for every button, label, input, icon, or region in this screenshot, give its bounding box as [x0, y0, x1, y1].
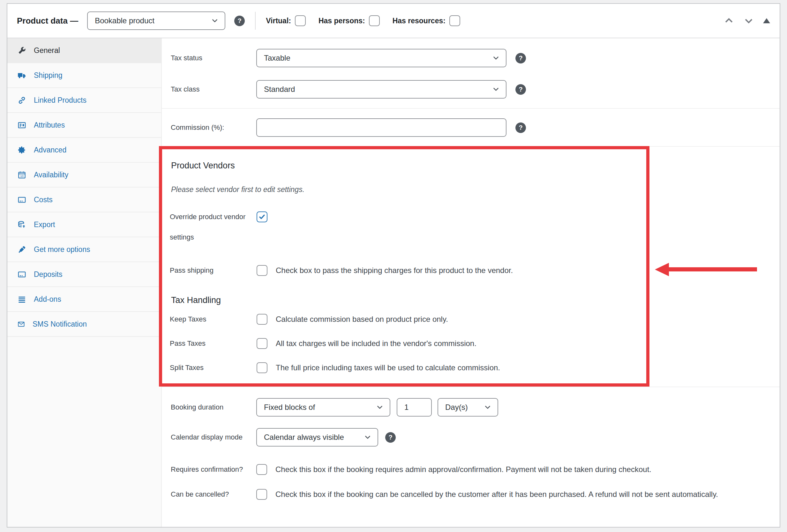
product-vendors-section: Product Vendors Please select vendor fir… — [162, 146, 780, 386]
tax-class-value: Standard — [264, 85, 295, 94]
metabox-title: Product data — — [17, 16, 78, 26]
tab-advanced[interactable]: Advanced — [7, 138, 161, 163]
help-icon[interactable]: ? — [515, 53, 526, 64]
calendar-display-select[interactable]: Calendar always visible — [256, 428, 378, 446]
override-vendor-settings-checkbox[interactable] — [257, 212, 268, 222]
keep-taxes-checkbox[interactable] — [257, 314, 268, 325]
pass-taxes-row: Pass Taxes All tax charges will be inclu… — [170, 333, 646, 354]
divider — [255, 12, 256, 30]
tab-export[interactable]: Export — [7, 213, 161, 237]
tab-general[interactable]: General — [7, 38, 161, 63]
tab-add-ons[interactable]: Add-ons — [7, 287, 161, 312]
requires-confirmation-label: Requires confirmation? — [171, 459, 256, 480]
keep-taxes-label: Keep Taxes — [170, 309, 257, 330]
move-up-icon[interactable] — [723, 15, 735, 26]
tab-label: Deposits — [34, 270, 62, 279]
virtual-toggle: Virtual: — [266, 15, 306, 26]
has-persons-checkbox[interactable] — [369, 15, 380, 26]
pass-taxes-checkbox[interactable] — [257, 338, 268, 349]
commission-label: Commission (%): — [171, 124, 256, 132]
product-data-tabs: General Shipping Linked Products Attribu… — [7, 38, 162, 527]
wordpress-product-data-page: { "colors": { "link_blue": "#2271b1", "h… — [0, 0, 787, 532]
tax-handling-heading: Tax Handling — [171, 295, 646, 305]
tab-get-more-options[interactable]: Get more options — [7, 237, 161, 262]
tab-label: Advanced — [34, 146, 66, 154]
chevron-down-icon — [211, 17, 219, 25]
split-taxes-label: Split Taxes — [170, 357, 257, 378]
pass-shipping-checkbox[interactable] — [257, 265, 268, 276]
booking-duration-row: Booking duration Fixed blocks of Day(s) — [162, 398, 780, 417]
truck-icon — [18, 71, 26, 80]
commission-section: Commission (%): ? — [162, 108, 780, 137]
tax-status-value: Taxable — [264, 53, 291, 63]
tab-label: Add-ons — [34, 295, 61, 304]
tab-sms-notification[interactable]: SMS Notification — [7, 312, 161, 337]
tab-deposits[interactable]: Deposits — [7, 262, 161, 287]
help-icon[interactable]: ? — [515, 123, 526, 133]
booking-duration-type-select[interactable]: Fixed blocks of — [256, 398, 390, 417]
toggle-panel-icon[interactable] — [763, 18, 770, 23]
has-resources-checkbox[interactable] — [449, 15, 460, 26]
help-icon[interactable]: ? — [515, 84, 526, 95]
calendar-display-value: Calendar always visible — [264, 433, 344, 442]
booking-duration-unit-value: Day(s) — [445, 403, 468, 412]
requires-confirmation-row: Requires confirmation? Check this box if… — [162, 459, 780, 480]
chevron-down-icon — [376, 403, 384, 412]
product-type-select[interactable]: Bookable product — [87, 12, 225, 30]
tax-class-select[interactable]: Standard — [256, 80, 507, 98]
requires-confirmation-checkbox[interactable] — [256, 464, 267, 475]
commission-input[interactable] — [256, 118, 507, 137]
product-data-header: Product data — Bookable product ? Virtua… — [7, 4, 780, 38]
card-icon — [18, 196, 26, 204]
tax-status-select[interactable]: Taxable — [256, 49, 507, 67]
booking-duration-amount-input[interactable] — [397, 398, 432, 417]
tab-label: Get more options — [34, 245, 90, 254]
split-taxes-row: Split Taxes The full price including tax… — [170, 357, 646, 378]
tab-availability[interactable]: 10 Availability — [7, 163, 161, 187]
can-be-cancelled-row: Can be cancelled? Check this box if the … — [162, 484, 780, 505]
help-icon[interactable]: ? — [385, 432, 396, 443]
plug-icon — [18, 245, 26, 254]
split-taxes-checkbox[interactable] — [257, 362, 268, 373]
link-icon — [18, 96, 26, 105]
calendar-icon: 10 — [18, 171, 26, 179]
pass-taxes-description: All tax charges will be included in the … — [276, 333, 476, 354]
list-icon — [18, 295, 26, 304]
calendar-display-label: Calendar display mode — [171, 433, 256, 441]
tab-label: SMS Notification — [33, 320, 87, 329]
tax-status-label: Tax status — [171, 54, 256, 62]
tab-shipping[interactable]: Shipping — [7, 63, 161, 88]
calendar-display-row: Calendar display mode Calendar always vi… — [162, 428, 780, 446]
card-icon — [18, 270, 26, 279]
general-panel: Tax status Taxable ? Tax class Standard … — [162, 38, 780, 527]
virtual-checkbox[interactable] — [295, 15, 306, 26]
booking-duration-unit-select[interactable]: Day(s) — [438, 398, 498, 417]
split-taxes-description: The full price including taxes will be u… — [276, 357, 500, 378]
tab-label: Costs — [34, 196, 52, 204]
help-icon[interactable]: ? — [234, 16, 245, 26]
has-resources-label: Has resources: — [392, 17, 446, 25]
move-down-icon[interactable] — [743, 15, 754, 26]
tab-costs[interactable]: Costs — [7, 187, 161, 213]
tab-label: Shipping — [34, 71, 63, 80]
highlight-box: Product Vendors Please select vendor fir… — [159, 146, 650, 386]
pass-taxes-label: Pass Taxes — [170, 333, 257, 354]
booking-section: Booking duration Fixed blocks of Day(s) … — [162, 386, 780, 505]
can-be-cancelled-checkbox[interactable] — [256, 489, 267, 500]
override-vendor-settings-row: Override product vendor settings — [170, 207, 646, 247]
highlight-arrow-shaft — [667, 267, 757, 271]
virtual-label: Virtual: — [266, 17, 291, 25]
svg-text:10: 10 — [20, 174, 24, 177]
tab-attributes[interactable]: Attributes — [7, 113, 161, 138]
chevron-down-icon — [492, 85, 500, 93]
keep-taxes-row: Keep Taxes Calculate commission based on… — [170, 309, 646, 330]
tab-label: Availability — [34, 171, 68, 179]
tax-class-row: Tax class Standard ? — [162, 80, 780, 98]
tab-linked-products[interactable]: Linked Products — [7, 88, 161, 113]
tax-status-row: Tax status Taxable ? — [162, 49, 780, 67]
has-persons-label: Has persons: — [319, 17, 365, 25]
has-persons-toggle: Has persons: — [319, 15, 380, 26]
booking-duration-label: Booking duration — [171, 403, 256, 412]
vendor-note: Please select vendor first to edit setti… — [171, 185, 646, 194]
product-vendors-heading: Product Vendors — [171, 161, 646, 171]
